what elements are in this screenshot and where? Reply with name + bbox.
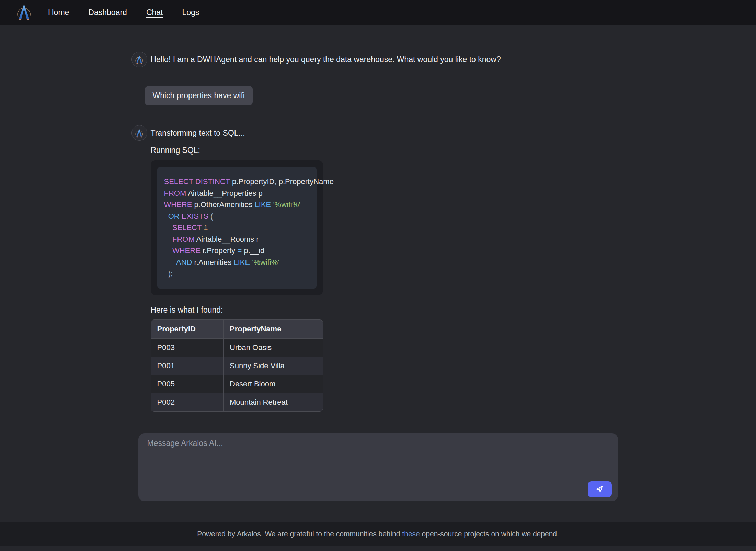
sql-code-line: SELECT 1 xyxy=(164,222,310,234)
results-label: Here is what I found: xyxy=(151,305,625,314)
footer-text-after: open-source projects on which we depend. xyxy=(420,530,559,538)
table-row: P002Mountain Retreat xyxy=(151,393,323,411)
user-message-row: Which properties have wifi xyxy=(145,86,625,105)
message-input[interactable] xyxy=(147,439,576,490)
nav-item-dashboard[interactable]: Dashboard xyxy=(88,8,127,17)
results-table-column-header: PropertyName xyxy=(224,320,323,339)
nav-item-logs[interactable]: Logs xyxy=(182,8,199,17)
footer-text-before: Powered by Arkalos. We are grateful to t… xyxy=(197,530,402,538)
sql-code-block: SELECT DISTINCT p.PropertyID, p.Property… xyxy=(151,160,323,295)
footer-these-link[interactable]: these xyxy=(402,530,420,538)
sql-code-line: FROM Airtable__Rooms r xyxy=(164,234,310,245)
results-table-header-row: PropertyIDPropertyName xyxy=(151,320,323,339)
status-text: Transforming text to SQL... xyxy=(151,125,625,141)
nav-item-chat[interactable]: Chat xyxy=(146,8,163,17)
sql-code-line: AND r.Amenities LIKE '%wifi%' xyxy=(164,257,310,268)
table-cell: Urban Oasis xyxy=(224,338,323,357)
table-cell: P001 xyxy=(151,357,224,375)
table-row: P001Sunny Side Villa xyxy=(151,357,323,375)
results-table: PropertyIDPropertyName P003Urban OasisP0… xyxy=(151,319,323,412)
table-cell: P003 xyxy=(151,338,224,357)
sql-code-line: WHERE r.Property = p.__id xyxy=(164,245,310,257)
table-row: P003Urban Oasis xyxy=(151,338,323,357)
sql-code-line: FROM Airtable__Properties p xyxy=(164,188,310,199)
results-table-column-header: PropertyID xyxy=(151,320,224,339)
assistant-message-greeting: Hello! I am a DWHAgent and can help you … xyxy=(131,52,625,67)
table-cell: P005 xyxy=(151,375,224,393)
arkalos-logo-icon[interactable] xyxy=(16,3,34,22)
table-cell: Mountain Retreat xyxy=(224,393,323,411)
table-cell: Desert Bloom xyxy=(224,375,323,393)
greeting-text: Hello! I am a DWHAgent and can help you … xyxy=(151,52,625,67)
sql-code-line: WHERE p.OtherAmenities LIKE '%wifi%' xyxy=(164,199,310,211)
sql-code-line: ); xyxy=(164,268,310,280)
sql-code-line: OR EXISTS ( xyxy=(164,211,310,222)
results-table-body: P003Urban OasisP001Sunny Side VillaP005D… xyxy=(151,338,323,411)
table-cell: Sunny Side Villa xyxy=(224,357,323,375)
navbar: HomeDashboardChatLogs xyxy=(0,0,756,25)
assistant-message-answer: Transforming text to SQL... Running SQL:… xyxy=(131,125,625,412)
assistant-avatar xyxy=(131,52,147,67)
paper-plane-icon xyxy=(595,484,604,494)
running-sql-label: Running SQL: xyxy=(151,146,625,155)
user-message-bubble: Which properties have wifi xyxy=(145,86,253,105)
footer: Powered by Arkalos. We are grateful to t… xyxy=(0,522,756,546)
table-cell: P002 xyxy=(151,393,224,411)
message-composer xyxy=(138,433,618,501)
chat-area: Hello! I am a DWHAgent and can help you … xyxy=(131,25,625,412)
nav-links: HomeDashboardChatLogs xyxy=(48,8,199,17)
nav-item-home[interactable]: Home xyxy=(48,8,69,17)
sql-code-line: SELECT DISTINCT p.PropertyID, p.Property… xyxy=(164,176,310,188)
sql-code: SELECT DISTINCT p.PropertyID, p.Property… xyxy=(157,167,317,289)
table-row: P005Desert Bloom xyxy=(151,375,323,393)
assistant-avatar xyxy=(131,125,147,141)
send-button[interactable] xyxy=(588,481,612,497)
